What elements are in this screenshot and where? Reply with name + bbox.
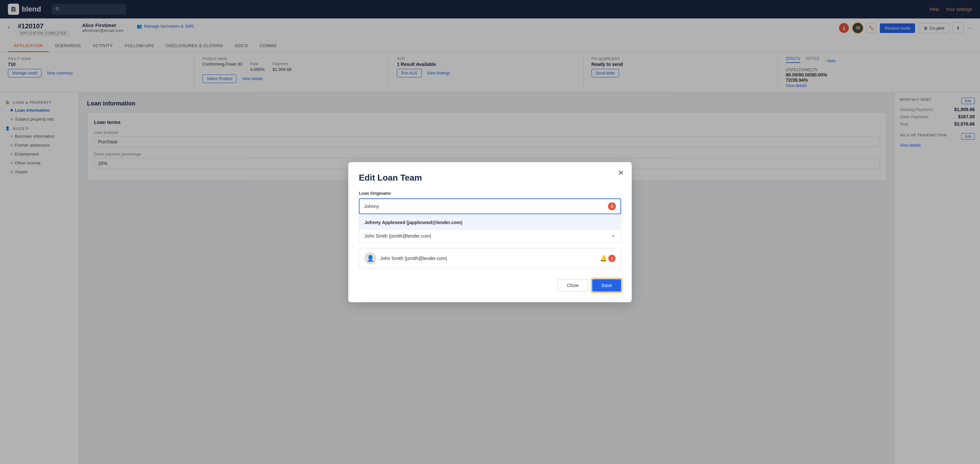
john-smith-name: John Smith (jsmith@lender.com) [380, 256, 447, 261]
originator-badge-2: 2 [608, 202, 616, 210]
edit-loan-team-modal: ✕ Edit Loan Team Loan Originator Johnny … [348, 162, 632, 302]
dropdown-select-arrow: ▼ [611, 233, 616, 238]
modal-save-btn[interactable]: Save [592, 279, 621, 292]
originator-label: Loan Originator [359, 191, 621, 196]
dropdown-item-johnny[interactable]: Johnny Appleseed (jappleseed@lender.com) [359, 216, 621, 229]
john-smith-avatar: 👤 [364, 253, 376, 264]
bell-badge-wrapper: 🔔 3 [600, 255, 616, 262]
dropdown-item-john-select-row: John Smith (jsmith@lender.com) ▼ [359, 229, 621, 243]
modal-footer: Close Save [359, 279, 621, 292]
modal-close-button[interactable]: ✕ [618, 169, 624, 177]
originator-dropdown-list: Johnny Appleseed (jappleseed@lender.com)… [359, 216, 621, 243]
originator-search-value: Johnny [364, 203, 608, 209]
john-smith-row: 👤 John Smith (jsmith@lender.com) 🔔 3 [359, 248, 621, 269]
modal-title: Edit Loan Team [359, 173, 621, 183]
john-name: John Smith (jsmith@lender.com) [364, 233, 607, 238]
originator-select-wrapper: Johnny 2 ▼ [359, 199, 621, 214]
person-icon: 👤 [367, 255, 374, 262]
bell-icon[interactable]: 🔔 [600, 255, 607, 262]
modal-close-btn[interactable]: Close [557, 279, 588, 292]
bell-badge-3: 3 [608, 255, 616, 262]
john-smith-info: John Smith (jsmith@lender.com) [380, 256, 596, 261]
modal-overlay: ✕ Edit Loan Team Loan Originator Johnny … [0, 0, 980, 464]
